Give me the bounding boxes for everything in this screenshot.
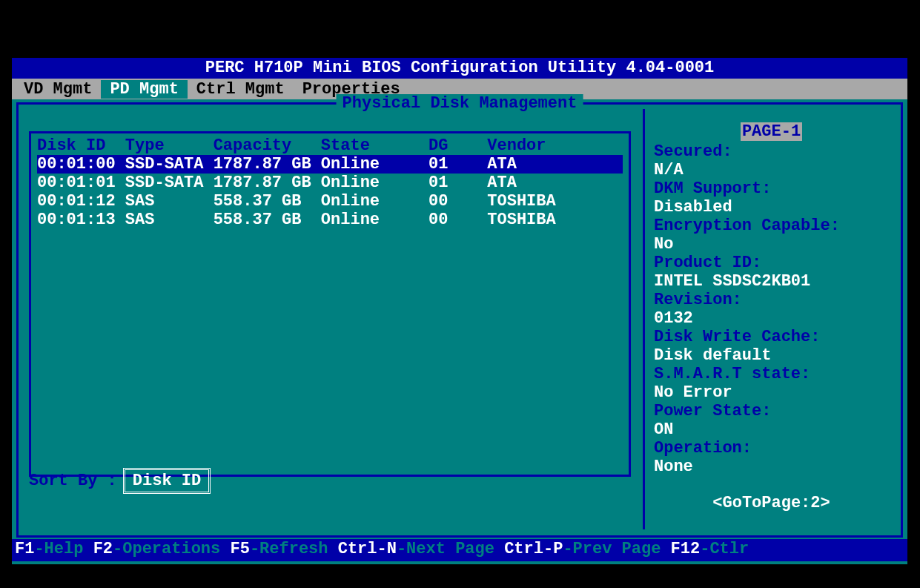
footer-key: F2 — [93, 540, 113, 558]
footer-key: F1 — [15, 540, 34, 558]
footer-label: -Next Page — [397, 540, 504, 558]
app-title: PERC H710P Mini BIOS Configuration Utili… — [205, 59, 715, 77]
detail-label: Secured: — [654, 142, 889, 161]
footer-label: -Ctlr — [700, 540, 749, 558]
detail-value: ON — [654, 420, 889, 439]
detail-label: Operation: — [654, 439, 889, 457]
detail-value: None — [654, 457, 889, 476]
detail-label: DKM Support: — [654, 179, 889, 198]
detail-label: Power State: — [654, 402, 889, 420]
table-row[interactable]: 00:01:01 SSD-SATA 1787.87 GB Online 01 A… — [37, 174, 623, 192]
page-badge: PAGE-1 — [654, 122, 889, 141]
footer-key: F12 — [671, 540, 701, 558]
menu-item-pd-mgmt[interactable]: PD Mgmt — [101, 80, 187, 99]
table-row[interactable]: 00:01:00 SSD-SATA 1787.87 GB Online 01 A… — [37, 155, 623, 174]
table-row[interactable]: 00:01:12 SAS 558.37 GB Online 00 TOSHIBA — [37, 192, 623, 211]
footer-label: -Refresh — [250, 540, 338, 558]
panel-frame: Physical Disk Management Disk ID Type Ca… — [16, 102, 903, 538]
table-header-row: Disk ID Type Capacity State DG Vendor — [37, 136, 623, 155]
menu-item-vd-mgmt[interactable]: VD Mgmt — [15, 80, 101, 99]
detail-fields: Secured:N/ADKM Support:DisabledEncryptio… — [654, 142, 889, 476]
detail-label: Product ID: — [654, 254, 889, 272]
detail-value: No — [654, 235, 889, 254]
detail-value: N/A — [654, 161, 889, 179]
footer-hints: F1-Help F2-Operations F5-Refresh Ctrl-N-… — [12, 539, 907, 561]
detail-value: Disabled — [654, 198, 889, 217]
bios-screen: PERC H710P Mini BIOS Configuration Utili… — [12, 58, 907, 564]
detail-label: Encryption Capable: — [654, 217, 889, 235]
sort-by-value[interactable]: Disk ID — [123, 468, 211, 494]
footer-label: -Operations — [113, 540, 230, 558]
footer-key: Ctrl-N — [338, 540, 397, 558]
detail-label: Revision: — [654, 291, 889, 309]
title-bar: PERC H710P Mini BIOS Configuration Utili… — [12, 58, 907, 79]
footer-key: F5 — [230, 540, 249, 558]
footer-label: -Help — [34, 540, 93, 558]
detail-label: Disk Write Cache: — [654, 328, 889, 346]
footer-key: Ctrl-P — [504, 540, 563, 558]
table-row[interactable]: 00:01:13 SAS 558.37 GB Online 00 TOSHIBA — [37, 211, 623, 229]
footer-label: -Prev Page — [563, 540, 670, 558]
detail-label: S.M.A.R.T state: — [654, 365, 889, 383]
sort-by-row: Sort By : Disk ID — [29, 468, 211, 494]
sort-by-label: Sort By : — [29, 472, 117, 490]
detail-value: Disk default — [654, 346, 889, 365]
disk-table[interactable]: Disk ID Type Capacity State DG Vendor00:… — [29, 131, 631, 477]
detail-value: 0132 — [654, 309, 889, 328]
menu-item-ctrl-mgmt[interactable]: Ctrl Mgmt — [188, 80, 294, 99]
workspace: Physical Disk Management Disk ID Type Ca… — [12, 99, 907, 561]
panel-title: Physical Disk Management — [337, 94, 583, 113]
detail-pane: PAGE-1 Secured:N/ADKM Support:DisabledEn… — [643, 109, 895, 529]
detail-value: No Error — [654, 383, 889, 402]
detail-value: INTEL SSDSC2KB01 — [654, 272, 889, 291]
goto-page-link[interactable]: <GoToPage:2> — [654, 494, 889, 512]
